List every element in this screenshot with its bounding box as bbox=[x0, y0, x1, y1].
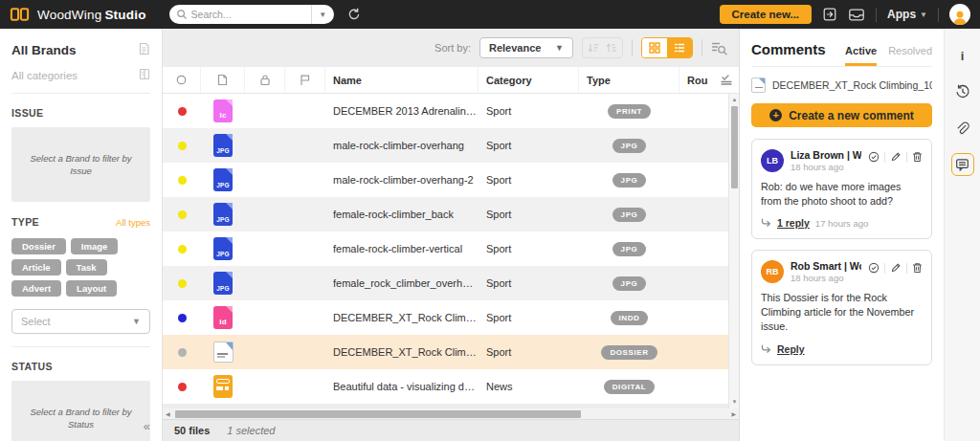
action-divider bbox=[906, 263, 907, 274]
comments-icon[interactable] bbox=[951, 153, 974, 176]
table-row[interactable]: JPGfemale_rock_climber_overhangSportJPG bbox=[163, 266, 739, 300]
search-bar[interactable]: ▼ bbox=[169, 5, 334, 24]
jpg-file-icon: JPG bbox=[213, 203, 233, 226]
create-new-button[interactable]: Create new... bbox=[720, 5, 813, 24]
type-tag-dossier[interactable]: Dossier bbox=[11, 238, 66, 254]
selected-count: 1 selected bbox=[227, 425, 275, 436]
table-row[interactable]: JPGmale-rock-climber-overhang-2SportJPG bbox=[163, 163, 739, 197]
jpg-file-icon: JPG bbox=[213, 272, 233, 295]
delete-comment-icon[interactable] bbox=[912, 151, 923, 163]
type-tag-task[interactable]: Task bbox=[66, 259, 107, 276]
tab-active[interactable]: Active bbox=[845, 45, 877, 66]
search-input[interactable] bbox=[188, 9, 311, 20]
file-category: Sport bbox=[479, 197, 579, 232]
type-section-title: TYPE bbox=[11, 216, 39, 228]
status-section-title: STATUS bbox=[11, 361, 150, 372]
flag-cell bbox=[285, 163, 325, 197]
route-column-header[interactable]: Rou bbox=[679, 67, 739, 93]
delete-comment-icon[interactable] bbox=[912, 262, 923, 274]
comment-header: RBRob Smart | WoodW...18 hours ago bbox=[761, 260, 923, 283]
horizontal-scrollbar[interactable]: ◀ ▶ bbox=[163, 408, 739, 419]
file-list: IcDECEMBER 2013 Adrenaline RushSportPRIN… bbox=[163, 94, 739, 408]
flag-cell bbox=[285, 335, 325, 369]
file-category: Sport bbox=[479, 266, 579, 300]
search-scope-dropdown[interactable]: ▼ bbox=[311, 5, 334, 24]
flag-cell bbox=[285, 94, 325, 128]
vertical-scrollbar[interactable]: ▲ ▼ bbox=[728, 94, 739, 408]
checkin-icon[interactable] bbox=[822, 7, 837, 22]
create-comment-label: Create a new comment bbox=[789, 109, 914, 122]
edit-comment-icon[interactable] bbox=[890, 151, 902, 163]
reply-link[interactable]: Reply bbox=[777, 343, 805, 355]
woodwing-logo-icon bbox=[10, 7, 30, 22]
refresh-icon[interactable] bbox=[347, 8, 361, 21]
type-tag-layout[interactable]: Layout bbox=[66, 280, 117, 297]
history-icon[interactable] bbox=[951, 80, 974, 103]
action-divider bbox=[884, 152, 885, 163]
reply-arrow-icon bbox=[761, 218, 771, 228]
resolve-comment-icon[interactable] bbox=[868, 262, 880, 274]
flag-cell bbox=[285, 266, 325, 300]
type-column-header[interactable]: Type bbox=[579, 67, 679, 93]
table-row[interactable]: JPGfemale-rock-climber-verticalSportJPG bbox=[163, 232, 739, 266]
user-avatar[interactable] bbox=[949, 4, 970, 25]
info-icon[interactable]: i bbox=[951, 44, 974, 67]
tab-resolved[interactable]: Resolved bbox=[888, 45, 932, 63]
files-count: 50 files bbox=[174, 425, 210, 436]
scroll-right-arrow[interactable]: ▶ bbox=[731, 410, 736, 417]
file-name: male-rock-climber-overhang bbox=[325, 128, 479, 163]
table-row[interactable]: Beautiful data - visualizing data in a u… bbox=[163, 369, 739, 404]
search-in-list-icon[interactable] bbox=[711, 41, 727, 55]
all-types-link[interactable]: All types bbox=[116, 217, 150, 228]
flag-column-icon[interactable] bbox=[285, 67, 325, 93]
action-divider bbox=[906, 152, 907, 163]
type-select-dropdown[interactable]: Select ▼ bbox=[11, 309, 150, 334]
scroll-down-arrow[interactable]: ▼ bbox=[729, 397, 739, 408]
type-tag-image[interactable]: Image bbox=[71, 238, 118, 254]
lock-column-icon[interactable] bbox=[245, 67, 285, 93]
status-column-icon[interactable] bbox=[163, 67, 201, 93]
issue-section-title: ISSUE bbox=[11, 107, 150, 119]
table-row[interactable]: IcDECEMBER 2013 Adrenaline RushSportPRIN… bbox=[163, 94, 739, 128]
type-tag-list: DossierImageArticleTaskAdvertLayout bbox=[11, 238, 150, 297]
brand-selector[interactable]: All Brands bbox=[11, 42, 150, 57]
scroll-up-arrow[interactable]: ▲ bbox=[729, 95, 739, 105]
table-row[interactable]: IdDECEMBER_XT_Rock Climbing_10_11SportIN… bbox=[163, 300, 739, 335]
edit-comment-icon[interactable] bbox=[890, 262, 902, 274]
list-view-button[interactable] bbox=[667, 38, 692, 57]
apps-menu[interactable]: Apps▼ bbox=[887, 8, 927, 21]
category-selector[interactable]: All categories bbox=[11, 68, 150, 82]
file-category: Sport bbox=[479, 232, 579, 266]
horizontal-scrollbar-thumb[interactable] bbox=[175, 410, 581, 418]
category-column-header[interactable]: Category bbox=[479, 67, 579, 93]
type-badge: DOSSIER bbox=[579, 335, 679, 369]
sort-direction-buttons bbox=[582, 37, 623, 58]
collapse-sidebar-button[interactable]: « bbox=[144, 419, 150, 433]
column-settings-icon[interactable] bbox=[720, 75, 733, 86]
filetype-cell: JPG bbox=[201, 266, 245, 300]
lock-cell bbox=[245, 163, 285, 197]
table-row[interactable]: JPGfemale-rock-climber_backSportJPG bbox=[163, 197, 739, 232]
type-tag-advert[interactable]: Advert bbox=[11, 280, 61, 297]
sort-ascending-icon[interactable] bbox=[588, 42, 599, 54]
create-comment-button[interactable]: + Create a new comment bbox=[751, 103, 932, 127]
comment-card: LBLiza Brown | Wood...18 hours agoRob: d… bbox=[751, 139, 932, 239]
chevron-down-icon: ▼ bbox=[132, 317, 141, 326]
comment-card: RBRob Smart | WoodW...18 hours agoThis D… bbox=[751, 250, 932, 364]
table-row[interactable]: DECEMBER_XT_Rock Climbing_10_11SportDOSS… bbox=[163, 335, 739, 369]
paperclip-icon[interactable] bbox=[951, 117, 974, 140]
table-row[interactable]: JPGmale-rock-climber-overhangSportJPG bbox=[163, 128, 739, 163]
sort-descending-icon[interactable] bbox=[606, 42, 617, 54]
type-tag-article[interactable]: Article bbox=[11, 259, 61, 276]
reply-link[interactable]: 1 reply bbox=[777, 217, 810, 229]
vertical-scrollbar-thumb[interactable] bbox=[731, 106, 738, 188]
name-column-header[interactable]: Name bbox=[325, 67, 479, 93]
grid-view-button[interactable] bbox=[642, 38, 667, 57]
inbox-icon[interactable] bbox=[848, 8, 865, 22]
status-dot bbox=[163, 128, 201, 163]
resolve-comment-icon[interactable] bbox=[868, 151, 880, 163]
filetype-cell bbox=[201, 369, 245, 404]
scroll-left-arrow[interactable]: ◀ bbox=[166, 410, 170, 417]
filetype-column-icon[interactable] bbox=[201, 67, 245, 93]
sort-dropdown[interactable]: Relevance ▼ bbox=[479, 37, 573, 58]
